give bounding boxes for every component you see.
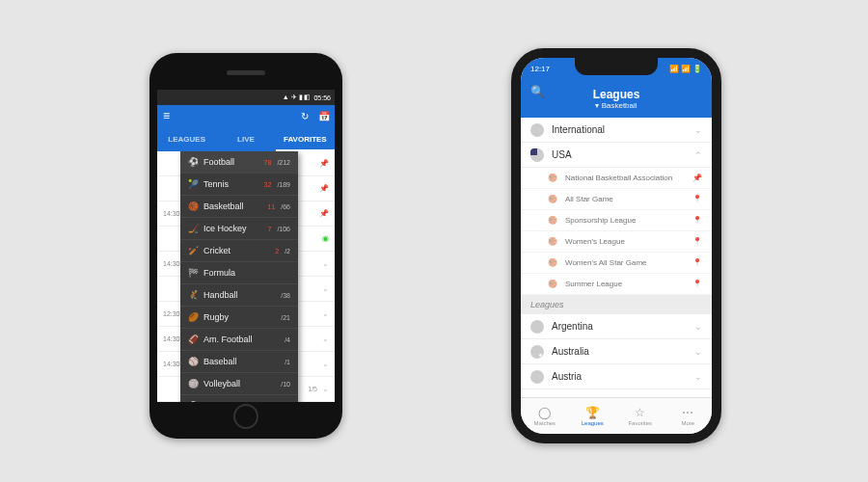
- league-name: Women's League: [565, 237, 685, 246]
- league-name: Women's All Star Game: [565, 258, 685, 267]
- pin-icon[interactable]: 📍: [692, 216, 702, 225]
- live-count: 7: [267, 226, 271, 232]
- android-home-button[interactable]: [233, 404, 258, 429]
- league-icon: 🏀: [548, 258, 557, 268]
- chevron-down-icon: ⌄: [322, 309, 329, 318]
- chevron-down-icon: ⌄: [322, 259, 329, 268]
- league-name: All Star Game: [565, 195, 685, 203]
- tab-favorites[interactable]: FAVORITES: [276, 131, 335, 151]
- android-header: ≡ ↻ 📅 LEAGUES LIVE FAVORITES: [157, 105, 335, 151]
- sport-menu-item[interactable]: ⚽Futsal/20: [180, 395, 298, 402]
- matches-icon: ◯: [538, 406, 551, 419]
- tab-leagues[interactable]: LEAGUES: [157, 131, 216, 151]
- live-count: 2: [275, 248, 279, 254]
- chevron-down-icon: ⌄: [694, 125, 702, 135]
- sport-icon: 🏒: [188, 224, 198, 233]
- tabbar-leagues[interactable]: 🏆Leagues: [569, 398, 617, 434]
- chevron-down-icon: ⌄: [322, 284, 329, 293]
- sport-label: Cricket: [203, 246, 269, 255]
- android-body: 📌📌14:30📌◉14:30⌄⌄12:30⌄14:30⌄14:30⌄1/5⌄ I…: [157, 151, 335, 402]
- tabbar-more[interactable]: ⋯More: [665, 398, 713, 434]
- league-sub-row[interactable]: 🏀Sponsorship League📍: [521, 210, 712, 231]
- country-name: Austria: [552, 371, 687, 382]
- total-count: /66: [281, 203, 290, 210]
- tab-live[interactable]: LIVE: [216, 131, 275, 151]
- total-count: /10: [281, 381, 290, 388]
- sport-label: Rugby: [203, 312, 275, 322]
- sport-menu-item[interactable]: ⚾Baseball/1: [180, 351, 298, 373]
- flag-icon: [530, 320, 544, 334]
- sport-menu-item[interactable]: 🏒Ice Hockey7/106: [180, 218, 298, 240]
- league-sub-row[interactable]: 🏀National Basketball Association📌: [521, 168, 712, 189]
- sport-menu-item[interactable]: 🤾Handball/38: [180, 284, 298, 307]
- favorites-icon: ☆: [635, 406, 645, 419]
- android-screen: ▲ ✈ ▮ ◧ 05:56 ≡ ↻ 📅 LEAGUES LIVE FAVORIT…: [157, 90, 335, 402]
- sport-menu-item[interactable]: 🏈Am. Football/4: [180, 329, 298, 351]
- sport-label: Handball: [203, 290, 275, 300]
- pin-icon[interactable]: 📌: [692, 174, 702, 182]
- live-count: 78: [264, 159, 272, 166]
- sport-label: Formula: [203, 268, 290, 278]
- chevron-down-icon: ⌄: [694, 372, 702, 382]
- sport-icon: 🎾: [188, 179, 198, 189]
- league-sub-row[interactable]: 🏀Summer League📍: [521, 274, 712, 295]
- sport-label: Ice Hockey: [203, 224, 261, 233]
- sport-selector[interactable]: ▾ Basketball: [595, 101, 637, 110]
- total-count: /106: [277, 226, 290, 232]
- hamburger-icon[interactable]: ≡: [163, 109, 170, 122]
- refresh-icon[interactable]: ↻: [298, 109, 312, 122]
- country-row[interactable]: Australia⌄: [521, 339, 712, 364]
- country-row[interactable]: Austria⌄: [521, 364, 712, 389]
- total-count: /2: [285, 248, 290, 254]
- calendar-icon[interactable]: 📅: [317, 109, 331, 122]
- league-name: Sponsorship League: [565, 216, 685, 225]
- sport-menu-item[interactable]: 🏐Volleyball/10: [180, 373, 298, 395]
- sport-menu-item[interactable]: 🏁Formula: [180, 262, 298, 284]
- status-time: 12:17: [530, 65, 550, 73]
- league-name: Summer League: [565, 280, 685, 288]
- sport-menu-item[interactable]: 🏀Basketball11/66: [180, 196, 298, 218]
- search-icon[interactable]: 🔍: [530, 85, 545, 98]
- country-row[interactable]: Argentina⌄: [521, 314, 712, 339]
- pin-icon[interactable]: 📌: [319, 184, 329, 193]
- league-sub-row[interactable]: 🏀Women's All Star Game📍: [521, 253, 712, 274]
- sport-icon: 🏏: [188, 246, 198, 255]
- sport-label: Baseball: [203, 357, 279, 366]
- sport-menu-item[interactable]: 🏏Cricket2/2: [180, 240, 298, 262]
- sport-icon: ⚽: [188, 401, 198, 402]
- chevron-down-icon: ⌄: [694, 322, 702, 332]
- sport-label: Am. Football: [203, 335, 279, 344]
- country-row[interactable]: International⌄: [521, 118, 712, 143]
- iphone-body: International⌄USA⌃🏀National Basketball A…: [521, 118, 712, 397]
- pin-icon[interactable]: 📍: [692, 280, 702, 288]
- league-sub-row[interactable]: 🏀All Star Game📍: [521, 189, 712, 210]
- tabbar-favorites[interactable]: ☆Favorites: [616, 398, 665, 434]
- sport-icon: ⚽: [188, 157, 198, 167]
- pin-icon[interactable]: 📍: [692, 237, 702, 246]
- iphone-notch: [575, 58, 658, 75]
- league-icon: 🏀: [548, 216, 557, 226]
- country-name: USA: [552, 149, 687, 160]
- sport-menu-item[interactable]: 🏉Rugby/21: [180, 307, 298, 329]
- pin-icon[interactable]: 📌: [319, 209, 329, 218]
- live-count: 32: [264, 181, 272, 188]
- sport-menu-item[interactable]: 🎾Tennis32/189: [180, 174, 298, 196]
- sports-dropdown[interactable]: ⚽Football78/212🎾Tennis32/189🏀Basketball1…: [180, 151, 298, 402]
- android-phone-frame: ▲ ✈ ▮ ◧ 05:56 ≡ ↻ 📅 LEAGUES LIVE FAVORIT…: [149, 53, 342, 439]
- pin-icon[interactable]: 📌: [319, 159, 329, 168]
- total-count: /4: [285, 336, 290, 343]
- league-icon: 🏀: [548, 174, 557, 183]
- iphone-frame: 12:17 📶 📶 🔋 🔍 Leagues ▾ Basketball Inter…: [511, 48, 721, 443]
- tab-label: Matches: [533, 420, 556, 426]
- sport-icon: 🤾: [188, 290, 198, 300]
- sport-menu-item[interactable]: ⚽Football78/212: [180, 151, 298, 174]
- pin-icon[interactable]: 📍: [692, 258, 702, 267]
- pin-icon[interactable]: 📍: [692, 195, 702, 203]
- chevron-down-icon: ⌄: [322, 335, 329, 343]
- status-icons: 📶 📶 🔋: [669, 65, 702, 73]
- tabbar-matches[interactable]: ◯Matches: [521, 398, 569, 434]
- sport-icon: 🏈: [188, 335, 198, 344]
- league-sub-row[interactable]: 🏀Women's League📍: [521, 231, 712, 253]
- country-row[interactable]: USA⌃: [521, 143, 712, 168]
- sport-icon: 🏁: [188, 268, 198, 278]
